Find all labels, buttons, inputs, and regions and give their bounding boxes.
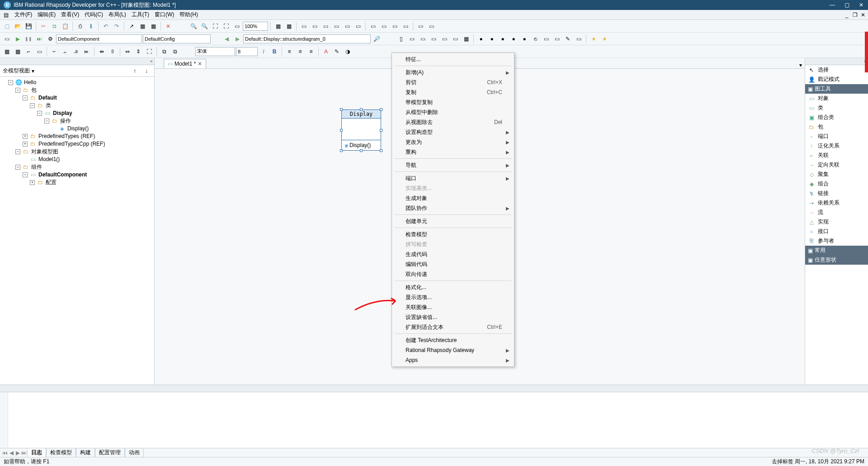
tree-display-ctor[interactable]: Display() bbox=[66, 125, 90, 133]
ctx-create-testarch[interactable]: 创建 TestArchitecture bbox=[393, 335, 513, 345]
ctx-display-options[interactable]: 显示选项... bbox=[393, 292, 513, 302]
palette-header-shapes[interactable]: ▣任意形状 bbox=[805, 255, 868, 265]
tool-aggregate[interactable]: ◇聚集 bbox=[805, 170, 868, 179]
tree-predefcpp[interactable]: PredefinedTypesCpp (REF) bbox=[38, 140, 106, 148]
size-button[interactable]: ⇔ bbox=[123, 47, 132, 57]
output-tab-anim[interactable]: 动画 bbox=[125, 448, 144, 457]
diagram-button[interactable]: ▭ bbox=[353, 21, 363, 31]
ctx-delete-model[interactable]: 从模型中删除 bbox=[393, 107, 513, 117]
distribute-button[interactable]: ⇹ bbox=[97, 47, 107, 57]
diagram-button[interactable]: ▭ bbox=[390, 21, 400, 31]
menu-tools[interactable]: 工具(T) bbox=[129, 10, 152, 19]
output-tab-build[interactable]: 构建 bbox=[76, 448, 95, 457]
tool-interface[interactable]: ○接口 bbox=[805, 227, 868, 236]
tab-nav-prev-icon[interactable]: ◀ bbox=[8, 450, 14, 456]
maximize-icon[interactable]: ▢ bbox=[844, 2, 850, 8]
tree-objdiag[interactable]: 对象模型图 bbox=[30, 148, 59, 156]
tool-composite[interactable]: ▣组合类 bbox=[805, 113, 868, 122]
anim-button[interactable]: ● bbox=[498, 34, 508, 44]
tool-button[interactable]: ↗ bbox=[127, 21, 137, 31]
diagram-button[interactable]: ▭ bbox=[415, 21, 425, 31]
config-combo[interactable] bbox=[143, 34, 211, 43]
mdi-close-icon[interactable]: ✕ bbox=[860, 12, 866, 18]
tool-button[interactable]: ▦ bbox=[137, 21, 147, 31]
tool-object[interactable]: ▭对象 bbox=[805, 94, 868, 103]
menu-code[interactable]: 代码(C) bbox=[82, 10, 106, 19]
anim-button[interactable]: ● bbox=[519, 34, 529, 44]
step-button[interactable] bbox=[34, 34, 44, 44]
ctx-roundtrip[interactable]: 双向传递 bbox=[393, 269, 513, 279]
font-size-combo[interactable] bbox=[236, 47, 258, 56]
tool-stamp[interactable]: 👤戳记模式 bbox=[805, 75, 868, 84]
tool-port[interactable]: ▫端口 bbox=[805, 132, 868, 141]
run-button[interactable] bbox=[13, 34, 23, 44]
tree-defcomp[interactable]: DefaultComponent bbox=[38, 171, 88, 179]
tree-operations[interactable]: 操作 bbox=[59, 117, 72, 125]
anim-button[interactable]: ▭ bbox=[541, 34, 551, 44]
menu-help[interactable]: 帮助(H) bbox=[177, 10, 201, 19]
tab-nav-last-icon[interactable]: ⏭ bbox=[21, 450, 27, 456]
tab-close-icon[interactable]: ✕ bbox=[198, 61, 202, 67]
tree-components[interactable]: 组件 bbox=[30, 163, 43, 171]
tab-nav-next-icon[interactable]: ▶ bbox=[14, 450, 21, 456]
ctx-check-model[interactable]: 检查模型 bbox=[393, 229, 513, 239]
menu-edit[interactable]: 编辑(E) bbox=[35, 10, 58, 19]
menu-file[interactable]: 文件(F) bbox=[12, 10, 35, 19]
size-button[interactable]: ⇕ bbox=[133, 47, 143, 57]
zoom-in-button[interactable] bbox=[189, 21, 198, 31]
output-tab-cm[interactable]: 配置管理 bbox=[95, 448, 125, 457]
ctx-defaults[interactable]: 设置缺省值... bbox=[393, 312, 513, 322]
tool-association[interactable]: ⌐关联 bbox=[805, 151, 868, 160]
font-color-button[interactable]: A bbox=[321, 47, 331, 57]
ctx-navigate[interactable]: 导航▶ bbox=[393, 160, 513, 170]
diagram-button[interactable]: ▭ bbox=[379, 21, 389, 31]
ctx-apps[interactable]: Apps▶ bbox=[393, 355, 513, 365]
fill-color-button[interactable]: ✎ bbox=[332, 47, 342, 57]
ctx-copy[interactable]: 复制Ctrl+C bbox=[393, 87, 513, 97]
new-button[interactable] bbox=[2, 21, 12, 31]
down-arrow-icon[interactable]: ↓ bbox=[142, 66, 151, 76]
align-button[interactable]: ⫟ bbox=[49, 47, 59, 57]
distribute-button[interactable]: ⇳ bbox=[108, 47, 118, 57]
grid-button[interactable]: ▦ bbox=[273, 21, 283, 31]
about-button[interactable] bbox=[86, 21, 96, 31]
size-button[interactable]: ⛶ bbox=[144, 47, 154, 57]
diagram-button[interactable]: ▭ bbox=[342, 21, 352, 31]
anim-button[interactable]: ● bbox=[487, 34, 497, 44]
find-button[interactable] bbox=[372, 34, 382, 44]
align-button[interactable]: ⫠ bbox=[60, 47, 70, 57]
paste-button[interactable] bbox=[60, 21, 70, 31]
tool-package[interactable]: 🗀包 bbox=[805, 122, 868, 132]
ctx-gateway[interactable]: Rational Rhapsody Gateway▶ bbox=[393, 345, 513, 355]
mdi-minimize-icon[interactable]: _ bbox=[844, 12, 850, 18]
tool-button[interactable]: ▦ bbox=[148, 21, 158, 31]
line-color-button[interactable]: ◑ bbox=[343, 47, 353, 57]
align-center-button[interactable]: ≡ bbox=[295, 47, 305, 57]
zoom-combo[interactable] bbox=[243, 22, 268, 31]
view-button[interactable]: ▯ bbox=[396, 34, 406, 44]
menu-layout[interactable]: 布局(L) bbox=[106, 10, 129, 19]
order-button[interactable]: ⧉ bbox=[159, 47, 169, 57]
build-button[interactable]: ▭ bbox=[2, 34, 12, 44]
ctx-format[interactable]: 格式化... bbox=[393, 282, 513, 292]
tool-actor[interactable]: 웃参与者 bbox=[805, 236, 868, 246]
model-tree[interactable]: −🌐Hello −🗀包 −🗀Default −🗀类 −▭Display −🗀操作 bbox=[0, 77, 154, 385]
tool-composition[interactable]: ◆组合 bbox=[805, 179, 868, 189]
up-arrow-icon[interactable]: ↑ bbox=[130, 66, 140, 76]
ctx-edit-code[interactable]: 编辑代码 bbox=[393, 259, 513, 269]
output-tab-check[interactable]: 检查模型 bbox=[46, 448, 76, 457]
view-button[interactable]: ▭ bbox=[418, 34, 428, 44]
italic-button[interactable]: I bbox=[259, 47, 269, 57]
view-button[interactable]: ▦ bbox=[461, 34, 471, 44]
order-button[interactable]: ⧉ bbox=[170, 47, 180, 57]
open-button[interactable] bbox=[13, 21, 23, 31]
view-button[interactable]: ▭ bbox=[439, 34, 449, 44]
ctx-fit-text[interactable]: 扩展到适合文本Ctrl+E bbox=[393, 322, 513, 332]
ctx-copy-model[interactable]: 带模型复制 bbox=[393, 97, 513, 107]
tool-flow[interactable]: →流 bbox=[805, 208, 868, 217]
favorite-button[interactable] bbox=[599, 34, 609, 44]
zoom-fit-button[interactable]: ⛶ bbox=[210, 21, 220, 31]
tree-model1[interactable]: Model1() bbox=[38, 156, 61, 163]
dropdown-icon[interactable]: ▾ bbox=[32, 68, 34, 74]
nav-back-button[interactable] bbox=[222, 34, 231, 44]
